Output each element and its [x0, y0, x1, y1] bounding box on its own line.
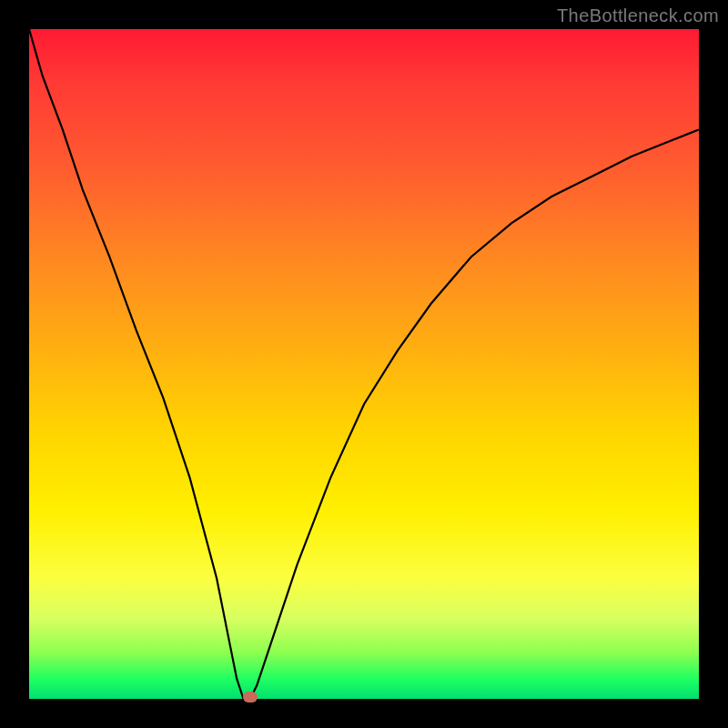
watermark-text: TheBottleneck.com — [557, 5, 719, 26]
bottleneck-curve — [29, 29, 699, 699]
plot-area — [29, 29, 699, 699]
curve-line — [29, 29, 699, 699]
chart-frame: TheBottleneck.com — [0, 0, 728, 728]
optimal-point-marker — [243, 692, 258, 703]
